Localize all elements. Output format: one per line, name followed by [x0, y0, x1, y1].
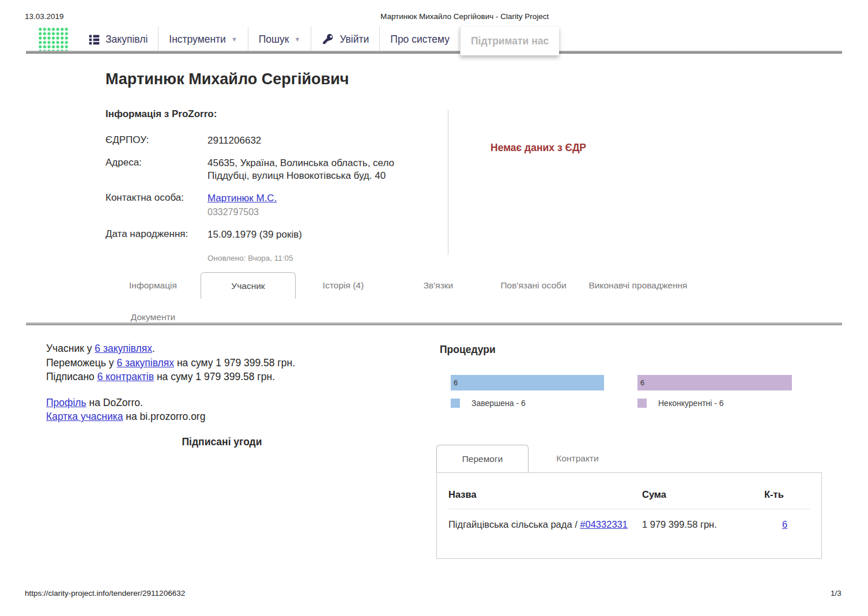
nav-item-procurements[interactable]: Закупівлі [78, 27, 158, 52]
buyer-edrpou-link[interactable]: #04332331 [580, 519, 628, 529]
edr-no-data-notice: Немає даних з ЄДР [490, 142, 586, 154]
wins-table: Назва Сума К-ть Підгайцівська сільська р… [436, 472, 822, 559]
contact-phone: 0332797503 [207, 206, 424, 219]
table-row: Підгайцівська сільська рада / #04332331 … [448, 509, 810, 531]
print-footer-page-number: 1/3 [831, 589, 841, 598]
legend-completed: Завершена - 6 [451, 399, 604, 408]
tab-peremohy[interactable]: Перемоги [436, 445, 529, 472]
stats-line-participant: Учасник у 6 закупівлях. [46, 341, 295, 356]
key-icon [322, 33, 334, 46]
navbar: Закупівлі Інструменти ▼ Пошук ▼ Увійти П… [37, 27, 559, 52]
participant-stats: Учасник у 6 закупівлях. Переможець у 6 з… [46, 341, 295, 424]
field-label: Дата народження: [105, 228, 207, 241]
nav-label: Інструменти [169, 33, 226, 46]
contracts-count-link[interactable]: 6 контрактів [97, 371, 154, 382]
vertical-divider [448, 110, 448, 255]
print-date: 13.03.2019 [25, 12, 64, 21]
print-page-title: Мартинюк Михайло Сергійович - Clarity Pr… [380, 12, 549, 21]
cell-name: Підгайцівська сільська рада / #04332331 [448, 518, 642, 531]
stats-line-contracts: Підписано 6 контрактів на суму 1 979 399… [46, 370, 295, 384]
wins-table-header: Назва Сума К-ть [448, 481, 810, 509]
legend-label: Неконкурентні - 6 [658, 399, 724, 408]
nav-label: Підтримати нас [471, 35, 549, 47]
prozorro-info-heading: Інформація з ProZorro: [105, 108, 437, 120]
print-footer-url: https://clarity-project.info/tenderer/29… [25, 589, 185, 598]
bar-noncompetitive: 6 [637, 375, 792, 390]
stats-text: на суму 1 979 399.58 грн. [174, 357, 295, 369]
contact-person-link[interactable]: Мартинюк М.С. [207, 193, 277, 204]
procedures-chart-completed: 6 Завершена - 6 [451, 375, 604, 408]
stats-text: на суму 1 979 399.58 грн. [154, 371, 275, 382]
legend-swatch-icon [637, 399, 647, 408]
nav-item-search[interactable]: Пошук ▼ [248, 27, 311, 52]
stats-text: Переможець у [46, 357, 116, 369]
nav-item-support-us[interactable]: Підтримати нас [460, 27, 559, 55]
prozorro-info-panel: Інформація з ProZorro: ЄДРПОУ: 291120663… [105, 108, 437, 262]
column-header-name: Назва [448, 489, 642, 500]
stats-text: Учасник у [46, 343, 95, 354]
bar-value-label: 6 [640, 378, 644, 387]
cell-sum: 1 979 399.58 грн. [642, 518, 764, 531]
wins-count-link[interactable]: 6 закупівлях [116, 357, 174, 369]
nav-label: Закупівлі [105, 33, 148, 46]
chevron-down-icon: ▼ [231, 36, 237, 43]
procedures-chart-noncompetitive: 6 Неконкурентні - 6 [637, 375, 792, 408]
procurements-count-link[interactable]: 6 закупівлях [95, 343, 152, 354]
nav-label: Про систему [390, 33, 450, 46]
tab-informatsiya[interactable]: Інформація [105, 272, 201, 299]
page-title: Мартинюк Михайло Сергійович [105, 70, 349, 88]
tab-povyazani-osoby[interactable]: Пов'язані особи [486, 272, 581, 299]
legend-swatch-icon [451, 399, 460, 408]
tab-dokumenty[interactable]: Документи [105, 304, 201, 330]
procedures-heading: Процедури [440, 344, 496, 356]
navbar-divider [26, 51, 842, 54]
chevron-down-icon: ▼ [295, 36, 301, 43]
birthdate-value: 15.09.1979 (39 років) [207, 228, 424, 241]
stats-line-biprozorro: Картка учасника на bi.prozorro.org [46, 410, 295, 424]
info-row-contact: Контактна особа: Мартинюк М.С. 033279750… [105, 192, 437, 219]
info-row-birthdate: Дата народження: 15.09.1979 (39 років) [105, 228, 437, 241]
wins-panel: Перемоги Контракти Назва Сума К-ть Підга… [436, 445, 822, 559]
stats-text: Підписано [46, 371, 97, 382]
cell-count: 6 [764, 518, 810, 531]
wins-count-link[interactable]: 6 [782, 519, 787, 529]
info-row-edrpou: ЄДРПОУ: 2911206632 [105, 134, 437, 147]
bar-completed: 6 [451, 375, 604, 390]
field-label: ЄДРПОУ: [105, 134, 207, 147]
bi-prozorro-card-link[interactable]: Картка учасника [46, 411, 123, 422]
address-value: 45635, Україна, Волинська область, село … [207, 157, 424, 182]
column-header-count: К-ть [764, 489, 810, 500]
edrpou-value: 2911206632 [207, 134, 424, 147]
wins-tabs: Перемоги Контракти [436, 445, 822, 472]
column-header-sum: Сума [642, 489, 764, 500]
legend-noncompetitive: Неконкурентні - 6 [637, 399, 792, 408]
dozorro-profile-link[interactable]: Профіль [46, 397, 86, 408]
profile-tabs-row2: Документи [105, 304, 201, 330]
clarity-logo-icon[interactable] [37, 27, 69, 52]
stats-text: на DoZorro. [86, 397, 143, 408]
buyer-name: Підгайцівська сільська рада / [448, 519, 580, 529]
tab-kontrakty[interactable]: Контракти [529, 445, 627, 472]
tab-uchasnyk[interactable]: Учасник [201, 272, 296, 299]
bar-value-label: 6 [454, 378, 458, 387]
section-divider [26, 322, 842, 325]
field-label: Адреса: [105, 157, 207, 182]
nav-item-about[interactable]: Про систему [379, 27, 460, 52]
updated-timestamp: Оновлено: Вчора, 11:05 [207, 254, 437, 262]
nav-label: Увійти [339, 33, 369, 46]
info-row-address: Адреса: 45635, Україна, Волинська област… [105, 157, 437, 182]
tab-vykonavchi-provadzhennya[interactable]: Виконавчі провадження [581, 272, 695, 299]
nav-item-tools[interactable]: Інструменти ▼ [158, 27, 248, 52]
stats-text: на bi.prozorro.org [123, 411, 206, 422]
field-label: Контактна особа: [105, 192, 207, 219]
tab-zvyazky[interactable]: Зв'язки [391, 272, 486, 299]
tab-istoriya[interactable]: Історія (4) [296, 272, 391, 299]
stats-text: . [152, 343, 155, 354]
signed-agreements-heading: Підписані угоди [46, 436, 398, 448]
list-icon [88, 33, 100, 46]
legend-label: Завершена - 6 [471, 399, 526, 408]
profile-tabs: Інформація Учасник Історія (4) Зв'язки П… [105, 272, 695, 299]
stats-line-dozorro: Профіль на DoZorro. [46, 396, 295, 410]
nav-item-login[interactable]: Увійти [311, 27, 379, 52]
nav-label: Пошук [259, 33, 289, 46]
